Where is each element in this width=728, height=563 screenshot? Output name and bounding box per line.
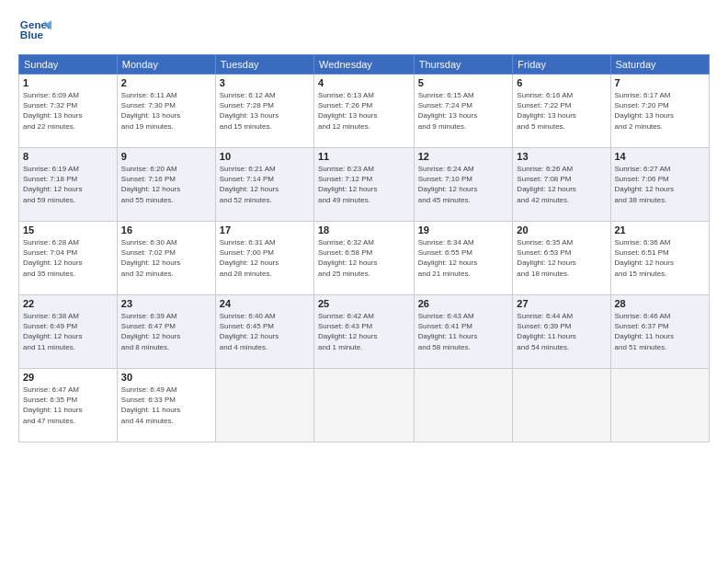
calendar-week-1: 1Sunrise: 6:09 AM Sunset: 7:32 PM Daylig… (19, 75, 710, 148)
column-header-thursday: Thursday (414, 55, 513, 75)
calendar-day-30: 30Sunrise: 6:49 AM Sunset: 6:33 PM Dayli… (117, 369, 215, 442)
day-info: Sunrise: 6:36 AM Sunset: 6:51 PM Dayligh… (615, 237, 706, 279)
day-number: 11 (318, 151, 410, 162)
day-number: 24 (220, 298, 310, 309)
day-info: Sunrise: 6:31 AM Sunset: 7:00 PM Dayligh… (220, 237, 310, 279)
calendar-day-3: 3Sunrise: 6:12 AM Sunset: 7:28 PM Daylig… (215, 75, 313, 148)
day-number: 15 (23, 224, 113, 236)
day-number: 10 (220, 151, 310, 162)
calendar-day-28: 28Sunrise: 6:46 AM Sunset: 6:37 PM Dayli… (610, 295, 710, 369)
calendar-day-20: 20Sunrise: 6:35 AM Sunset: 6:53 PM Dayli… (513, 222, 610, 295)
day-info: Sunrise: 6:16 AM Sunset: 7:22 PM Dayligh… (517, 90, 606, 132)
calendar-day-22: 22Sunrise: 6:38 AM Sunset: 6:49 PM Dayli… (19, 295, 118, 369)
column-header-saturday: Saturday (610, 55, 710, 75)
day-info: Sunrise: 6:35 AM Sunset: 6:53 PM Dayligh… (517, 237, 606, 279)
calendar-day-9: 9Sunrise: 6:20 AM Sunset: 7:16 PM Daylig… (117, 148, 215, 222)
day-number: 30 (121, 372, 211, 383)
day-info: Sunrise: 6:26 AM Sunset: 7:08 PM Dayligh… (517, 164, 606, 205)
calendar-day-11: 11Sunrise: 6:23 AM Sunset: 7:12 PM Dayli… (313, 148, 414, 222)
calendar-day-21: 21Sunrise: 6:36 AM Sunset: 6:51 PM Dayli… (610, 222, 710, 295)
day-info: Sunrise: 6:30 AM Sunset: 7:02 PM Dayligh… (121, 237, 211, 279)
column-header-monday: Monday (117, 55, 215, 75)
day-number: 19 (418, 224, 509, 236)
calendar-day-25: 25Sunrise: 6:42 AM Sunset: 6:43 PM Dayli… (313, 295, 414, 369)
day-number: 8 (23, 151, 113, 162)
day-number: 1 (23, 77, 113, 88)
day-number: 28 (615, 298, 706, 309)
calendar-day-16: 16Sunrise: 6:30 AM Sunset: 7:02 PM Dayli… (117, 222, 215, 295)
day-number: 26 (418, 298, 509, 309)
day-info: Sunrise: 6:24 AM Sunset: 7:10 PM Dayligh… (418, 164, 509, 205)
calendar-day-13: 13Sunrise: 6:26 AM Sunset: 7:08 PM Dayli… (513, 148, 610, 222)
calendar-day-15: 15Sunrise: 6:28 AM Sunset: 7:04 PM Dayli… (19, 222, 118, 295)
calendar-week-4: 22Sunrise: 6:38 AM Sunset: 6:49 PM Dayli… (19, 295, 710, 369)
calendar-day-2: 2Sunrise: 6:11 AM Sunset: 7:30 PM Daylig… (117, 75, 215, 148)
day-number: 22 (23, 298, 113, 309)
calendar-day-19: 19Sunrise: 6:34 AM Sunset: 6:55 PM Dayli… (414, 222, 513, 295)
column-header-tuesday: Tuesday (215, 55, 313, 75)
day-info: Sunrise: 6:15 AM Sunset: 7:24 PM Dayligh… (418, 90, 509, 132)
column-header-wednesday: Wednesday (313, 55, 414, 75)
calendar-day-18: 18Sunrise: 6:32 AM Sunset: 6:58 PM Dayli… (313, 222, 414, 295)
calendar-day-5: 5Sunrise: 6:15 AM Sunset: 7:24 PM Daylig… (414, 75, 513, 148)
day-number: 13 (517, 151, 606, 162)
day-number: 27 (517, 298, 606, 309)
column-header-friday: Friday (513, 55, 610, 75)
calendar-day-27: 27Sunrise: 6:44 AM Sunset: 6:39 PM Dayli… (513, 295, 610, 369)
day-info: Sunrise: 6:19 AM Sunset: 7:18 PM Dayligh… (23, 164, 113, 205)
day-info: Sunrise: 6:11 AM Sunset: 7:30 PM Dayligh… (121, 90, 211, 132)
calendar-day-7: 7Sunrise: 6:17 AM Sunset: 7:20 PM Daylig… (610, 75, 710, 148)
calendar-day-empty (313, 369, 414, 442)
day-info: Sunrise: 6:09 AM Sunset: 7:32 PM Dayligh… (23, 90, 113, 132)
day-info: Sunrise: 6:40 AM Sunset: 6:45 PM Dayligh… (220, 311, 310, 352)
day-number: 6 (517, 77, 606, 88)
day-number: 7 (615, 77, 706, 88)
day-info: Sunrise: 6:17 AM Sunset: 7:20 PM Dayligh… (615, 90, 706, 132)
day-info: Sunrise: 6:46 AM Sunset: 6:37 PM Dayligh… (615, 311, 706, 352)
calendar-day-empty (215, 369, 313, 442)
day-number: 4 (318, 77, 410, 88)
day-number: 18 (318, 224, 410, 236)
day-number: 3 (220, 77, 310, 88)
day-info: Sunrise: 6:28 AM Sunset: 7:04 PM Dayligh… (23, 237, 113, 279)
calendar-day-6: 6Sunrise: 6:16 AM Sunset: 7:22 PM Daylig… (513, 75, 610, 148)
day-number: 23 (121, 298, 211, 309)
day-info: Sunrise: 6:43 AM Sunset: 6:41 PM Dayligh… (418, 311, 509, 352)
calendar-header-row: SundayMondayTuesdayWednesdayThursdayFrid… (19, 55, 710, 75)
day-info: Sunrise: 6:44 AM Sunset: 6:39 PM Dayligh… (517, 311, 606, 352)
day-info: Sunrise: 6:23 AM Sunset: 7:12 PM Dayligh… (318, 164, 410, 205)
calendar-day-12: 12Sunrise: 6:24 AM Sunset: 7:10 PM Dayli… (414, 148, 513, 222)
day-info: Sunrise: 6:38 AM Sunset: 6:49 PM Dayligh… (23, 311, 113, 352)
day-number: 20 (517, 224, 606, 236)
day-number: 5 (418, 77, 509, 88)
day-number: 21 (615, 224, 706, 236)
day-info: Sunrise: 6:39 AM Sunset: 6:47 PM Dayligh… (121, 311, 211, 352)
calendar-day-23: 23Sunrise: 6:39 AM Sunset: 6:47 PM Dayli… (117, 295, 215, 369)
day-info: Sunrise: 6:21 AM Sunset: 7:14 PM Dayligh… (220, 164, 310, 205)
calendar-day-26: 26Sunrise: 6:43 AM Sunset: 6:41 PM Dayli… (414, 295, 513, 369)
calendar-day-10: 10Sunrise: 6:21 AM Sunset: 7:14 PM Dayli… (215, 148, 313, 222)
day-info: Sunrise: 6:27 AM Sunset: 7:06 PM Dayligh… (615, 164, 706, 205)
day-number: 25 (318, 298, 410, 309)
day-number: 14 (615, 151, 706, 162)
day-info: Sunrise: 6:49 AM Sunset: 6:33 PM Dayligh… (121, 385, 211, 426)
calendar-day-empty (513, 369, 610, 442)
day-info: Sunrise: 6:34 AM Sunset: 6:55 PM Dayligh… (418, 237, 509, 279)
calendar-day-29: 29Sunrise: 6:47 AM Sunset: 6:35 PM Dayli… (19, 369, 118, 442)
logo-icon: General Blue (18, 14, 51, 47)
day-number: 16 (121, 224, 211, 236)
calendar-day-4: 4Sunrise: 6:13 AM Sunset: 7:26 PM Daylig… (313, 75, 414, 148)
calendar-day-17: 17Sunrise: 6:31 AM Sunset: 7:00 PM Dayli… (215, 222, 313, 295)
calendar-day-24: 24Sunrise: 6:40 AM Sunset: 6:45 PM Dayli… (215, 295, 313, 369)
calendar-day-14: 14Sunrise: 6:27 AM Sunset: 7:06 PM Dayli… (610, 148, 710, 222)
day-info: Sunrise: 6:20 AM Sunset: 7:16 PM Dayligh… (121, 164, 211, 205)
svg-text:Blue: Blue (20, 29, 44, 40)
calendar-week-3: 15Sunrise: 6:28 AM Sunset: 7:04 PM Dayli… (19, 222, 710, 295)
calendar-table: SundayMondayTuesdayWednesdayThursdayFrid… (18, 54, 710, 442)
calendar-day-empty (610, 369, 710, 442)
day-info: Sunrise: 6:13 AM Sunset: 7:26 PM Dayligh… (318, 90, 410, 132)
calendar-week-5: 29Sunrise: 6:47 AM Sunset: 6:35 PM Dayli… (19, 369, 710, 442)
calendar-day-empty (414, 369, 513, 442)
day-info: Sunrise: 6:12 AM Sunset: 7:28 PM Dayligh… (220, 90, 310, 132)
day-info: Sunrise: 6:47 AM Sunset: 6:35 PM Dayligh… (23, 385, 113, 426)
